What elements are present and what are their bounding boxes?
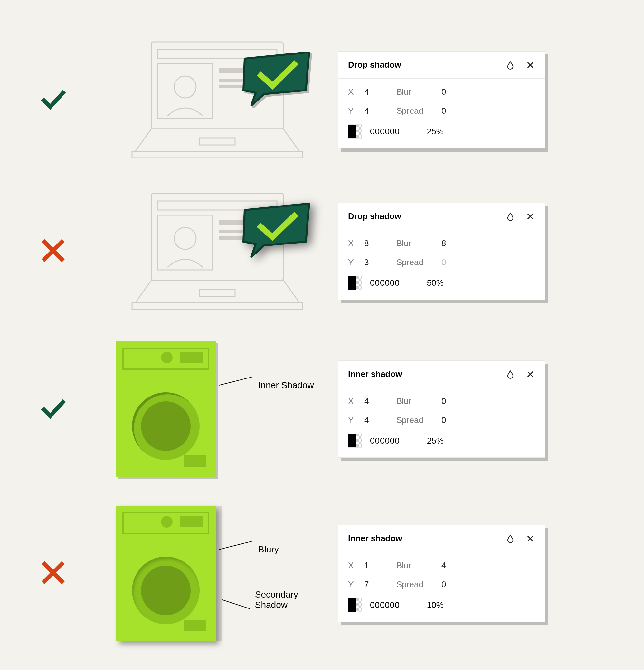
shadow-panel-1: Drop shadow X 4 Blur 0 Y 4 Spread 0 0000… (338, 51, 545, 148)
x-label: X (348, 561, 361, 571)
close-icon[interactable] (526, 534, 535, 543)
svg-rect-12 (158, 215, 213, 270)
y-label: Y (348, 257, 361, 267)
status-col (39, 236, 97, 266)
y-label: Y (348, 415, 361, 425)
color-opacity[interactable]: 50% (427, 278, 444, 288)
washer (116, 506, 216, 641)
y-value[interactable]: 4 (364, 106, 393, 116)
callout-secondary-shadow: Secondary Shadow (222, 589, 319, 610)
example-row-4: Blury Secondary Shadow Inner shadow X 1 … (39, 506, 605, 641)
callout-label: Inner Shadow (258, 380, 314, 390)
svg-rect-7 (200, 138, 235, 145)
color-hex[interactable]: 000000 (370, 600, 400, 610)
blur-value[interactable]: 8 (441, 238, 474, 249)
y-label: Y (348, 579, 361, 589)
check-icon (39, 394, 68, 423)
blur-label: Blur (396, 87, 438, 97)
svg-rect-8 (132, 151, 303, 158)
callout-label: Secondary Shadow (255, 589, 319, 610)
svg-point-3 (174, 76, 196, 98)
y-value[interactable]: 4 (364, 415, 393, 425)
close-icon[interactable] (526, 370, 535, 379)
speech-bubble-good (242, 52, 312, 106)
color-hex[interactable]: 000000 (370, 126, 400, 137)
color-opacity[interactable]: 10% (427, 600, 444, 610)
y-value[interactable]: 3 (364, 257, 393, 267)
droplet-icon[interactable] (506, 370, 515, 379)
spread-label: Spread (396, 415, 438, 425)
panel-title: Drop shadow (348, 60, 401, 70)
svg-rect-17 (200, 289, 235, 296)
callout-inner-shadow: Inner Shadow (219, 380, 314, 390)
blur-value[interactable]: 4 (441, 561, 474, 571)
washer-illustration-bad: Blury Secondary Shadow (116, 506, 319, 641)
status-col (39, 394, 97, 424)
x-value[interactable]: 4 (364, 396, 393, 406)
y-label: Y (348, 106, 361, 116)
x-value[interactable]: 8 (364, 238, 393, 249)
droplet-icon[interactable] (506, 534, 515, 543)
spread-label: Spread (396, 579, 438, 589)
color-opacity[interactable]: 25% (427, 436, 444, 446)
shadow-panel-4: Inner shadow X 1 Blur 4 Y 7 Spread 0 000… (338, 525, 545, 622)
svg-point-13 (174, 227, 196, 249)
droplet-icon[interactable] (506, 212, 515, 221)
x-value[interactable]: 1 (364, 561, 393, 571)
color-hex[interactable]: 000000 (370, 436, 400, 446)
check-icon (39, 85, 68, 114)
close-icon[interactable] (526, 61, 535, 70)
example-row-1: Drop shadow X 4 Blur 0 Y 4 Spread 0 0000… (39, 39, 605, 161)
callout-blurry: Blury (219, 544, 279, 555)
status-col (39, 85, 97, 115)
spread-value[interactable]: 0 (441, 106, 474, 116)
blur-label: Blur (396, 561, 438, 571)
svg-rect-18 (132, 303, 303, 309)
speech-bubble-bad (242, 203, 312, 258)
blur-label: Blur (396, 238, 438, 249)
spread-label: Spread (396, 106, 438, 116)
spread-value[interactable]: 0 (441, 579, 474, 589)
example-row-3: Inner Shadow Inner shadow X 4 Blur 0 Y 4… (39, 341, 605, 477)
laptop-illustration-bad (116, 190, 319, 312)
washer (116, 341, 216, 477)
laptop-illustration-good (116, 39, 319, 161)
spread-value[interactable]: 0 (441, 257, 474, 267)
panel-title: Inner shadow (348, 533, 402, 544)
shadow-panel-3: Inner shadow X 4 Blur 0 Y 4 Spread 0 000… (338, 360, 545, 458)
color-swatch[interactable] (348, 598, 362, 612)
spread-value[interactable]: 0 (441, 415, 474, 425)
example-row-2: Drop shadow X 8 Blur 8 Y 3 Spread 0 0000… (39, 190, 605, 312)
spread-label: Spread (396, 257, 438, 267)
cross-icon (39, 558, 68, 587)
status-col (39, 558, 97, 589)
washer-illustration-good: Inner Shadow (116, 341, 319, 477)
y-value[interactable]: 7 (364, 579, 393, 589)
color-hex[interactable]: 000000 (370, 278, 400, 288)
color-swatch[interactable] (348, 433, 362, 448)
color-swatch[interactable] (348, 276, 362, 290)
x-label: X (348, 87, 361, 97)
callout-label: Blury (258, 544, 279, 555)
x-label: X (348, 396, 361, 406)
color-opacity[interactable]: 25% (427, 126, 444, 137)
close-icon[interactable] (526, 212, 535, 221)
x-label: X (348, 238, 361, 249)
panel-title: Drop shadow (348, 211, 401, 221)
x-value[interactable]: 4 (364, 87, 393, 97)
panel-title: Inner shadow (348, 369, 402, 379)
blur-label: Blur (396, 396, 438, 406)
cross-icon (39, 236, 68, 265)
blur-value[interactable]: 0 (441, 87, 474, 97)
svg-rect-2 (158, 64, 213, 119)
blur-value[interactable]: 0 (441, 396, 474, 406)
color-swatch[interactable] (348, 124, 362, 138)
shadow-panel-2: Drop shadow X 8 Blur 8 Y 3 Spread 0 0000… (338, 203, 545, 300)
droplet-icon[interactable] (506, 61, 515, 70)
